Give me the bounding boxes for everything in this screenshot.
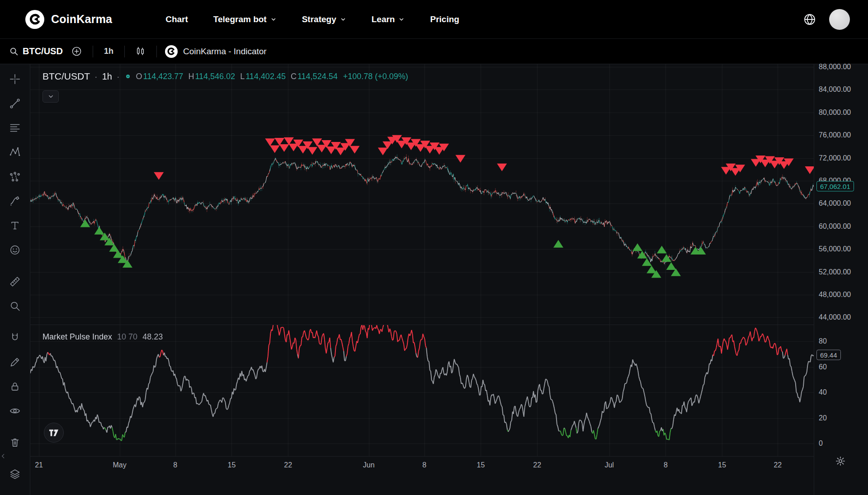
ohlc-values: O114,423.77 H114,546.02 L114,402.45 C114…: [136, 72, 338, 81]
price-axis-tick: 72,000.00: [819, 154, 851, 162]
tradingview-logo[interactable]: [44, 423, 64, 443]
price-pane: BTC/USDT · 1h · O114,423.77 H114,546.02 …: [30, 64, 814, 325]
time-axis-tick: 15: [477, 461, 485, 469]
nav-item-telegram-bot[interactable]: Telegram bot: [213, 14, 277, 24]
price-axis-tick: 88,000.00: [819, 63, 851, 71]
tool-text-icon[interactable]: [5, 216, 25, 236]
brand[interactable]: CoinKarma: [25, 10, 112, 29]
tool-zoom-icon[interactable]: [5, 296, 25, 316]
tool-layers-icon[interactable]: [5, 464, 25, 484]
time-axis-tick: Jul: [604, 461, 613, 469]
nav-item-strategy[interactable]: Strategy: [302, 14, 346, 24]
chart-toolbar: BTC/USD 1h CoinKarma - Indicator: [0, 39, 868, 64]
time-axis-tick: 15: [718, 461, 726, 469]
chevron-down-icon: [47, 93, 54, 100]
tool-eye-icon[interactable]: [5, 401, 25, 421]
interval-button[interactable]: 1h: [101, 47, 116, 56]
nav-label: Chart: [165, 14, 188, 24]
price-axis[interactable]: 67,062.01 69.44 88,000.0084,000.0080,000…: [814, 64, 868, 495]
chart-style-button[interactable]: [133, 44, 148, 59]
tool-fib-retracement-icon[interactable]: [5, 118, 25, 138]
mpi-chart-canvas[interactable]: [30, 325, 814, 456]
header-right: [803, 9, 850, 30]
tool-forecast-icon[interactable]: [5, 167, 25, 187]
chart-column: BTC/USDT · 1h · O114,423.77 H114,546.02 …: [30, 64, 814, 495]
indicator-label: CoinKarma - Indicator: [183, 47, 267, 57]
time-axis-tick: 22: [284, 461, 292, 469]
tool-trend-line-icon[interactable]: [5, 94, 25, 113]
symbol-label: BTC/USD: [23, 46, 63, 57]
time-axis-tick: 8: [173, 461, 177, 469]
mpi-axis-tick: 40: [819, 388, 827, 396]
time-axis-tick: 8: [422, 461, 426, 469]
indicator-banner[interactable]: CoinKarma - Indicator: [165, 45, 267, 58]
tool-crosshair-icon[interactable]: [5, 69, 25, 89]
price-axis-tick: 84,000.00: [819, 85, 851, 94]
time-axis-tick: 22: [774, 461, 782, 469]
mpi-title: Market Pulse Index: [42, 332, 112, 342]
mpi-value: 48.23: [142, 332, 163, 342]
nav-item-pricing[interactable]: Pricing: [430, 14, 459, 24]
mpi-axis-tick: 20: [819, 414, 827, 422]
legend-expand-button[interactable]: [42, 90, 59, 103]
user-avatar[interactable]: [829, 9, 850, 30]
chart-legend[interactable]: BTC/USDT · 1h · O114,423.77 H114,546.02 …: [42, 71, 408, 82]
time-axis-tick: 21: [35, 461, 43, 469]
status-dot: [126, 75, 130, 78]
nav-label: Pricing: [430, 14, 459, 24]
legend-interval: 1h: [102, 71, 112, 82]
language-globe-icon[interactable]: [803, 13, 816, 26]
mpi-pane: Market Pulse Index 10 70 48.23: [30, 325, 814, 456]
legend-separator: ·: [117, 71, 120, 82]
chevron-left-icon: [0, 453, 6, 459]
low-value: 114,402.45: [245, 72, 286, 81]
price-axis-tick: 56,000.00: [819, 245, 851, 253]
high-value: 114,546.02: [195, 72, 235, 81]
legend-symbol: BTC/USDT: [42, 71, 90, 82]
mpi-axis-tick: 60: [819, 363, 827, 371]
tool-brush-icon[interactable]: [5, 191, 25, 211]
nav-item-chart[interactable]: Chart: [165, 14, 188, 24]
legend-separator: ·: [94, 71, 98, 82]
price-chart-canvas[interactable]: [30, 64, 814, 325]
price-axis-tick: 52,000.00: [819, 268, 851, 276]
high-label: H: [188, 72, 194, 81]
plus-circle-icon: [71, 46, 82, 57]
open-label: O: [136, 72, 142, 81]
mpi-legend[interactable]: Market Pulse Index 10 70 48.23: [42, 332, 163, 342]
settings-gear-icon[interactable]: [835, 456, 846, 468]
mpi-axis-tick: 80: [819, 337, 827, 345]
tool-ruler-icon[interactable]: [5, 272, 25, 292]
time-axis-tick: May: [113, 461, 126, 469]
candlestick-icon: [135, 46, 146, 57]
tool-xabcd-pattern-icon[interactable]: [5, 142, 25, 162]
nav-item-learn[interactable]: Learn: [372, 14, 405, 24]
symbol-search-button[interactable]: BTC/USD: [7, 46, 65, 57]
time-axis[interactable]: 21May81522Jun81522Jul81522: [30, 456, 814, 475]
price-axis-tick: 80,000.00: [819, 108, 851, 117]
price-axis-tick: 48,000.00: [819, 291, 851, 299]
toolbar-collapse-button[interactable]: [0, 453, 6, 461]
coinkarma-logo-icon: [165, 45, 178, 58]
mpi-last-value-label: 69.44: [816, 349, 841, 360]
compare-add-button[interactable]: [69, 44, 85, 59]
nav-label: Learn: [372, 14, 395, 24]
close-label: C: [291, 72, 297, 81]
tool-magnet-icon[interactable]: [5, 328, 25, 348]
price-axis-tick: 76,000.00: [819, 131, 851, 139]
tool-emoji-icon[interactable]: [5, 240, 25, 260]
tradingview-icon: [49, 429, 59, 437]
tool-trash-icon[interactable]: [5, 433, 25, 453]
chart-workspace: BTC/USDT · 1h · O114,423.77 H114,546.02 …: [0, 64, 868, 495]
legend-change: +100.78 (+0.09%): [343, 72, 408, 81]
tool-edit-icon[interactable]: [5, 352, 25, 372]
last-price-label: 67,062.01: [816, 181, 854, 191]
chevron-down-icon: [398, 16, 405, 23]
tool-lock-icon[interactable]: [5, 377, 25, 396]
drawing-toolbar: [0, 64, 30, 495]
divider: [124, 46, 125, 57]
mpi-params: 10 70: [117, 332, 137, 342]
nav-label: Strategy: [302, 14, 336, 24]
main-nav: Chart Telegram bot Strategy Learn Pricin…: [165, 14, 459, 24]
search-icon: [9, 47, 19, 56]
